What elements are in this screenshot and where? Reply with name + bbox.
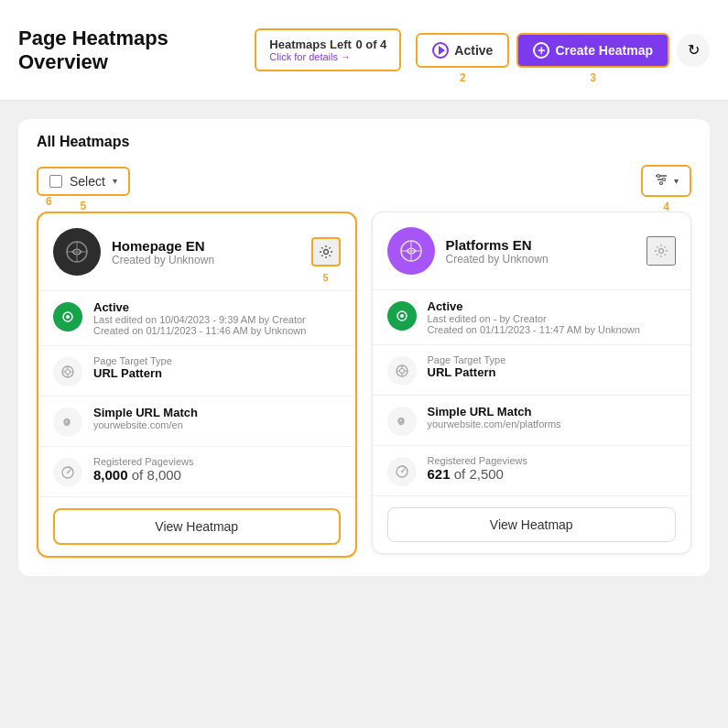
url-match-icon-homepage (53, 407, 82, 437)
last-edited-homepage: Last edited on 10/04/2023 - 9:39 AM by C… (93, 314, 306, 325)
card-header-homepage: Homepage EN Created by Unknown 5 (38, 213, 355, 290)
chevron-down-icon: ▾ (113, 176, 117, 186)
heatmaps-left-title: Heatmaps Left (269, 38, 352, 51)
header: Page Heatmaps Overview Heatmaps Left 0 o… (0, 0, 728, 101)
select-dropdown[interactable]: Select ▾ (37, 167, 130, 196)
refresh-button[interactable]: ↻ (677, 34, 710, 67)
page-target-section-platforms: Page Target Type URL Pattern (373, 344, 691, 395)
heatmaps-left-link[interactable]: Click for details → (269, 51, 386, 62)
card-platforms-wrap: Platforms EN Created by Unknown (372, 212, 692, 558)
status-content-homepage: Active Last edited on 10/04/2023 - 9:39 … (93, 300, 306, 336)
select-label: Select (70, 174, 105, 189)
svg-point-5 (660, 182, 663, 185)
section-title: All Heatmaps (37, 134, 691, 150)
card-name-platforms: Platforms EN (446, 237, 636, 253)
url-match-value-homepage: yourwebsite.com/en (93, 419, 198, 430)
last-edited-platforms: Last edited on - by Creator (428, 313, 640, 324)
page-target-content-platforms: Page Target Type URL Pattern (428, 354, 506, 379)
card-creator-platforms: Created by Unknown (446, 253, 636, 266)
avatar-homepage (53, 228, 101, 276)
pageviews-total-platforms: of 2,500 (454, 466, 504, 482)
card-info-platforms: Platforms EN Created by Unknown (446, 237, 636, 266)
filter-button[interactable]: ▾ (641, 165, 691, 197)
plus-circle-icon: + (533, 42, 549, 59)
active-status-icon (53, 302, 82, 331)
page-target-icon-homepage (53, 357, 82, 386)
url-match-icon-platforms (387, 407, 417, 436)
pageviews-content-platforms: Registered Pageviews 621 of 2,500 (428, 455, 527, 482)
card-settings-homepage[interactable] (311, 237, 341, 266)
card-settings-platforms[interactable] (647, 236, 676, 266)
avatar-platforms (387, 227, 435, 275)
status-value-homepage: Active (93, 300, 306, 314)
url-match-section-homepage: Simple URL Match yourwebsite.com/en (38, 396, 355, 446)
badge-5-toolbar: 5 (81, 200, 87, 212)
card-name-homepage: Homepage EN (112, 238, 300, 254)
card-creator-homepage: Created by Unknown (112, 254, 300, 266)
heatmaps-left-count: 0 of 4 (355, 38, 386, 51)
card-homepage-en: Homepage EN Created by Unknown 5 (37, 212, 357, 558)
page-target-icon-platforms (387, 356, 417, 386)
card-header-platforms: Platforms EN Created by Unknown (373, 212, 691, 289)
url-match-label-homepage: Simple URL Match (93, 406, 198, 419)
pageviews-content-homepage: Registered Pageviews 8,000 of 8,000 (93, 456, 193, 483)
badge-5-card: 5 (322, 272, 328, 283)
url-match-content-platforms: Simple URL Match yourwebsite.com/en/plat… (428, 405, 561, 429)
url-match-value-platforms: yourwebsite.com/en/platforms (428, 418, 561, 429)
card-info-homepage: Homepage EN Created by Unknown (112, 238, 300, 266)
svg-point-19 (67, 472, 69, 473)
active-button[interactable]: Active (416, 33, 509, 68)
status-value-platforms: Active (428, 299, 640, 313)
filter-chevron-icon: ▾ (674, 176, 679, 186)
card-status-section-platforms: Active Last edited on - by Creator Creat… (373, 289, 691, 344)
svg-point-27 (399, 369, 404, 374)
pageviews-label-platforms: Registered Pageviews (428, 455, 527, 466)
svg-point-11 (66, 315, 70, 319)
svg-point-33 (401, 471, 403, 473)
create-label: Create Heatmap (555, 43, 653, 58)
active-label: Active (454, 43, 493, 58)
page-target-label-homepage: Page Target Type (93, 355, 172, 366)
pageviews-value-platforms: 621 of 2,500 (428, 466, 527, 482)
active-status-icon-platforms (387, 301, 417, 331)
badge-6: 6 (46, 195, 52, 208)
badge-4: 4 (663, 201, 669, 213)
url-match-section-platforms: Simple URL Match yourwebsite.com/en/plat… (373, 395, 691, 445)
view-heatmap-button-homepage[interactable]: View Heatmap (53, 508, 341, 545)
svg-point-25 (400, 314, 404, 318)
view-heatmap-button-platforms[interactable]: View Heatmap (387, 507, 677, 542)
heatmaps-left-box: Heatmaps Left 0 of 4 Click for details → (255, 28, 401, 71)
all-heatmaps-panel: All Heatmaps Select ▾ 5 (18, 119, 710, 576)
pageviews-section-homepage: Registered Pageviews 8,000 of 8,000 (38, 446, 355, 496)
pageviews-icon-homepage (53, 458, 82, 487)
status-content-platforms: Active Last edited on - by Creator Creat… (428, 299, 640, 335)
svg-point-13 (66, 370, 71, 375)
pageviews-icon-platforms (387, 457, 417, 486)
select-checkbox (49, 175, 62, 188)
pageviews-total-homepage: of 8,000 (132, 467, 181, 483)
refresh-icon: ↻ (688, 41, 700, 59)
cards-grid: 6 Homepage EN C (37, 212, 691, 558)
pageviews-label-homepage: Registered Pageviews (93, 456, 193, 467)
page-target-value-homepage: URL Pattern (93, 366, 172, 380)
pageviews-value-homepage: 8,000 of 8,000 (93, 467, 193, 483)
view-btn-wrap-homepage: View Heatmap (38, 496, 355, 556)
pageviews-section-platforms: Registered Pageviews 621 of 2,500 (373, 445, 691, 495)
svg-point-9 (323, 250, 328, 255)
created-on-homepage: Created on 01/11/2023 - 11:46 AM by Unkn… (93, 325, 306, 336)
card-status-section-homepage: Active Last edited on 10/04/2023 - 9:39 … (38, 290, 355, 345)
svg-point-23 (659, 249, 664, 254)
page-title: Page Heatmaps Overview (18, 27, 240, 74)
url-match-label-platforms: Simple URL Match (428, 405, 561, 418)
filter-icon (654, 172, 668, 190)
page-target-value-platforms: URL Pattern (428, 365, 506, 379)
create-heatmap-button[interactable]: + Create Heatmap (516, 33, 669, 68)
play-icon (432, 42, 449, 59)
card-platforms-en: Platforms EN Created by Unknown (372, 212, 692, 554)
url-match-content-homepage: Simple URL Match yourwebsite.com/en (93, 406, 198, 430)
badge-2: 2 (460, 71, 466, 84)
header-actions: Active 2 + Create Heatmap 3 ↻ (416, 33, 710, 68)
page-target-label-platforms: Page Target Type (428, 354, 506, 365)
page-target-section-homepage: Page Target Type URL Pattern (38, 345, 355, 396)
svg-point-3 (657, 175, 660, 178)
